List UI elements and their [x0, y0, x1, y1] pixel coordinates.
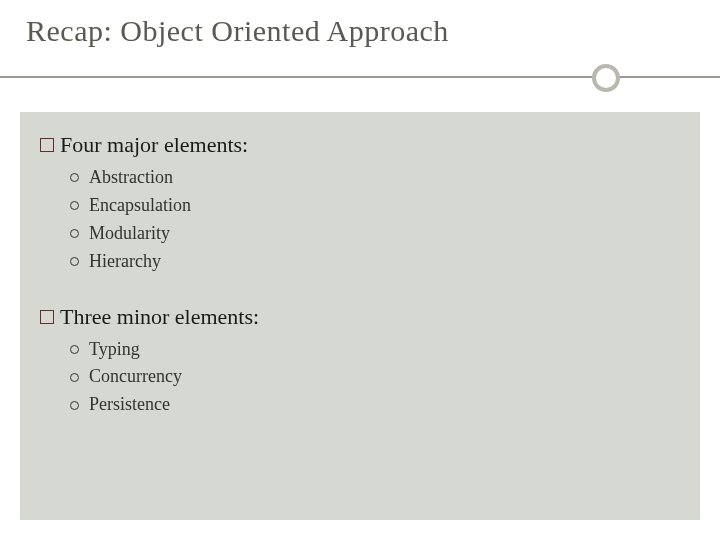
divider: [0, 58, 720, 98]
circle-bullet-icon: [70, 373, 79, 382]
square-bullet-icon: [40, 138, 54, 152]
item-text: Abstraction: [89, 164, 173, 192]
list-item: Typing: [70, 336, 680, 364]
list-item: Modularity: [70, 220, 680, 248]
list-item: Hierarchy: [70, 248, 680, 276]
page-title: Recap: Object Oriented Approach: [26, 14, 694, 48]
section-label: Four major elements:: [60, 132, 248, 158]
item-text: Hierarchy: [89, 248, 161, 276]
slide: Recap: Object Oriented Approach Four maj…: [0, 0, 720, 540]
item-text: Modularity: [89, 220, 170, 248]
item-text: Typing: [89, 336, 140, 364]
section-heading: Three minor elements:: [40, 304, 680, 330]
list-item: Abstraction: [70, 164, 680, 192]
item-text: Persistence: [89, 391, 170, 419]
item-text: Encapsulation: [89, 192, 191, 220]
circle-bullet-icon: [70, 257, 79, 266]
item-text: Concurrency: [89, 363, 182, 391]
item-list: Typing Concurrency Persistence: [70, 336, 680, 420]
square-bullet-icon: [40, 310, 54, 324]
circle-bullet-icon: [70, 229, 79, 238]
item-list: Abstraction Encapsulation Modularity Hie…: [70, 164, 680, 276]
list-item: Concurrency: [70, 363, 680, 391]
circle-bullet-icon: [70, 201, 79, 210]
ring-icon: [592, 64, 620, 92]
circle-bullet-icon: [70, 401, 79, 410]
circle-bullet-icon: [70, 173, 79, 182]
title-region: Recap: Object Oriented Approach: [0, 0, 720, 58]
list-item: Encapsulation: [70, 192, 680, 220]
content-panel: Four major elements: Abstraction Encapsu…: [20, 112, 700, 520]
circle-bullet-icon: [70, 345, 79, 354]
list-item: Persistence: [70, 391, 680, 419]
section-heading: Four major elements:: [40, 132, 680, 158]
section-label: Three minor elements:: [60, 304, 259, 330]
